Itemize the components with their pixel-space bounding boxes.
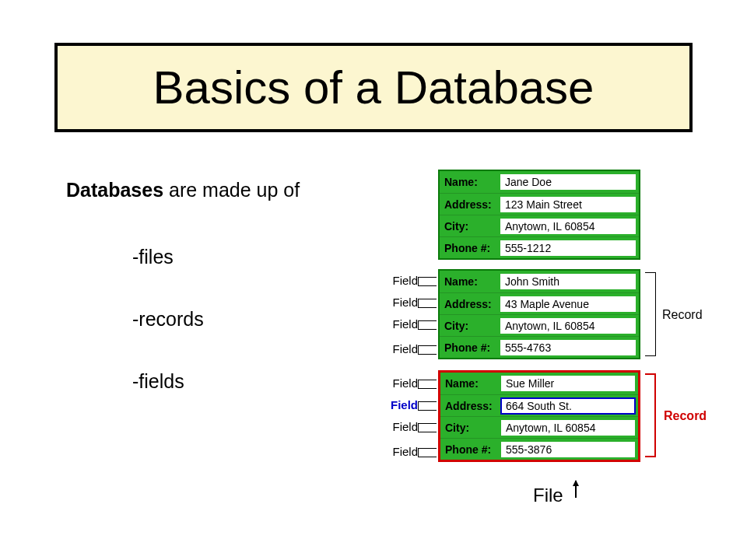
field-label-phone: Phone #:	[440, 443, 501, 456]
bullet-fields: -fields	[132, 350, 204, 412]
bracket-icon	[418, 380, 437, 389]
value-phone: 555-1212	[500, 240, 636, 256]
field-annotation: Field	[371, 445, 418, 458]
intro-bold: Databases	[66, 179, 163, 201]
intro-rest: are made up of	[163, 179, 300, 201]
arrow-up-icon	[575, 481, 577, 498]
value-name: Sue Miller	[501, 376, 635, 391]
record-bracket-highlighted	[645, 373, 656, 457]
bracket-icon	[418, 423, 437, 432]
field-label-name: Name:	[440, 275, 500, 288]
field-label-phone: Phone #:	[440, 242, 500, 254]
value-address-highlighted: 664 South St.	[501, 398, 635, 414]
bracket-icon	[418, 345, 437, 355]
value-city: Anytown, IL 60854	[500, 219, 636, 234]
field-label-address: Address:	[440, 198, 500, 211]
record-card-1: Name:Jane Doe Address:123 Main Street Ci…	[438, 170, 640, 260]
value-name: Jane Doe	[500, 174, 636, 190]
file-annotation: File	[533, 485, 563, 506]
field-label-name: Name:	[440, 377, 501, 390]
value-phone: 555-3876	[501, 442, 635, 457]
field-annotation: Field	[371, 342, 418, 355]
value-address: 123 Main Street	[500, 197, 636, 212]
bracket-icon	[418, 448, 437, 457]
field-label-address: Address:	[440, 400, 501, 412]
value-city: Anytown, IL 60854	[500, 318, 636, 334]
value-city: Anytown, IL 60854	[501, 420, 635, 436]
record-card-3: Name:Sue Miller Address:664 South St. Ci…	[438, 370, 640, 462]
record-card-2: Name:John Smith Address:43 Maple Avenue …	[438, 269, 640, 359]
slide-title: Basics of a Database	[54, 43, 693, 132]
bracket-icon	[418, 299, 437, 308]
field-annotation: Field	[371, 317, 418, 331]
field-annotation: Field	[371, 274, 418, 287]
field-label-city: City:	[440, 422, 501, 434]
field-annotation: Field	[371, 296, 418, 309]
field-label-city: City:	[440, 320, 500, 332]
bracket-icon	[418, 401, 437, 411]
record-bracket	[645, 272, 656, 356]
value-name: John Smith	[500, 274, 636, 289]
bullet-records: -records	[132, 288, 204, 350]
bullet-files: -files	[132, 226, 204, 288]
field-label-name: Name:	[440, 176, 500, 188]
bracket-icon	[418, 320, 437, 330]
record-annotation: Record	[662, 308, 703, 322]
field-annotation: Field	[371, 420, 418, 433]
value-phone: 555-4763	[500, 340, 636, 355]
record-annotation-highlighted: Record	[664, 409, 707, 423]
intro-text: Databases are made up of	[66, 179, 300, 201]
bracket-icon	[418, 277, 437, 286]
field-label-city: City:	[440, 220, 500, 233]
field-label-address: Address:	[440, 298, 500, 310]
field-annotation: Field	[371, 376, 418, 390]
field-label-phone: Phone #:	[440, 341, 500, 354]
bullet-list: -files -records -fields	[132, 226, 204, 412]
field-annotation-highlighted: Field	[371, 398, 418, 411]
value-address: 43 Maple Avenue	[500, 296, 636, 312]
